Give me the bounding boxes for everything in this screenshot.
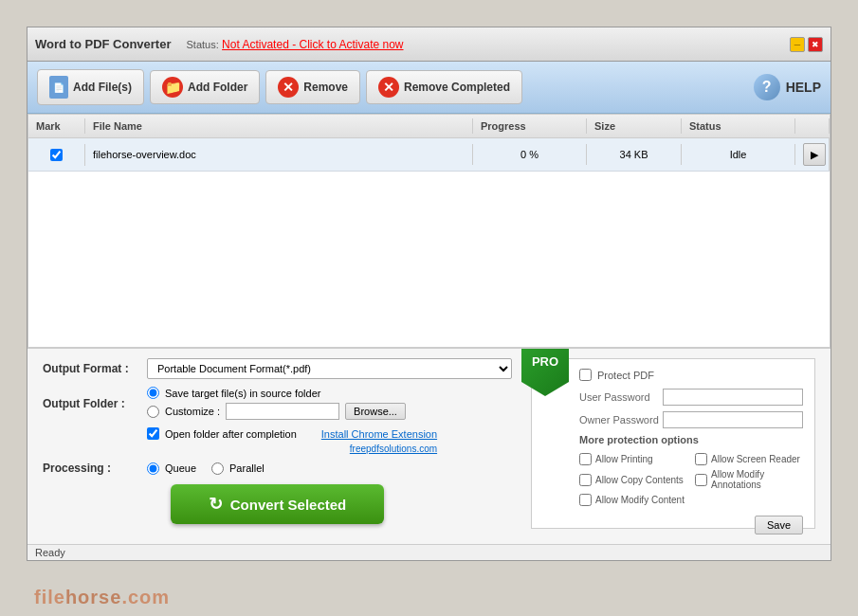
open-folder-label: Open folder after completion xyxy=(165,428,297,440)
row-status: Idle xyxy=(682,144,795,165)
col-filename: File Name xyxy=(85,118,473,134)
allow-screen-reader-checkbox[interactable] xyxy=(695,453,707,465)
watermark-prefix: file xyxy=(34,587,65,607)
allow-modify-annotations-checkbox[interactable] xyxy=(695,474,707,486)
customize-row: Customize : Browse... xyxy=(147,403,406,420)
allow-modify-annotations-item: Allow Modify Annotations xyxy=(695,469,803,490)
add-files-label: Add File(s) xyxy=(73,81,132,94)
processing-row: Processing : Queue Parallel xyxy=(43,462,512,475)
format-select[interactable]: Portable Document Format(*.pdf) Word Doc… xyxy=(147,358,512,379)
user-password-input[interactable] xyxy=(663,389,803,406)
close-button[interactable]: ✖ xyxy=(808,37,823,52)
owner-password-row: Owner Password xyxy=(579,411,803,428)
play-button[interactable]: ▶ xyxy=(803,143,826,166)
open-folder-checkbox[interactable] xyxy=(147,427,159,440)
allow-screen-reader-label: Allow Screen Reader xyxy=(711,454,800,464)
help-button[interactable]: ? HELP xyxy=(754,74,821,100)
allow-modify-content-checkbox[interactable] xyxy=(579,494,592,506)
watermark-accent: horse xyxy=(65,587,121,607)
processing-label: Processing : xyxy=(43,462,147,475)
row-progress: 0 % xyxy=(473,144,587,165)
convert-button[interactable]: ↻ Convert Selected xyxy=(171,484,385,524)
queue-row: Queue xyxy=(147,462,196,475)
options-right: PRO Protect PDF User Password Owner Pass… xyxy=(531,358,815,534)
customize-radio[interactable] xyxy=(147,406,159,418)
remove-completed-button[interactable]: ✕ Remove Completed xyxy=(366,70,522,104)
permissions-grid: Allow Printing Allow Screen Reader Allow… xyxy=(579,453,803,506)
allow-printing-label: Allow Printing xyxy=(595,454,653,464)
free-pdf-link[interactable]: freepdfsolutions.com xyxy=(147,444,437,454)
help-label: HELP xyxy=(786,80,821,95)
allow-modify-content-label: Allow Modify Content xyxy=(595,495,685,505)
row-filename: filehorse-overview.doc xyxy=(85,144,473,165)
save-button[interactable]: Save xyxy=(755,516,803,534)
pro-badge-text: PRO xyxy=(532,354,558,369)
watermark: filehorse.com xyxy=(34,587,170,608)
add-folder-icon: 📁 xyxy=(162,77,183,98)
remove-completed-icon: ✕ xyxy=(378,77,399,98)
processing-options: Queue Parallel xyxy=(147,462,265,475)
allow-screen-reader-item: Allow Screen Reader xyxy=(695,453,803,465)
remove-button[interactable]: ✕ Remove xyxy=(265,70,360,104)
toolbar: 📄 Add File(s) 📁 Add Folder ✕ Remove ✕ Re… xyxy=(27,62,831,114)
parallel-radio[interactable] xyxy=(211,462,224,475)
parallel-row: Parallel xyxy=(211,462,265,475)
minimize-button[interactable]: ─ xyxy=(790,37,805,52)
activate-link[interactable]: Not Activated - Click to Activate now xyxy=(222,38,403,51)
convert-label: Convert Selected xyxy=(230,497,347,513)
col-mark: Mark xyxy=(28,118,85,134)
owner-password-input[interactable] xyxy=(663,411,803,428)
browse-button[interactable]: Browse... xyxy=(345,403,406,420)
protect-pdf-checkbox[interactable] xyxy=(579,369,592,381)
allow-copy-checkbox[interactable] xyxy=(579,474,592,486)
remove-icon: ✕ xyxy=(278,77,299,98)
user-password-row: User Password xyxy=(579,389,803,406)
open-folder-checkbox-row: Open folder after completion Install Chr… xyxy=(147,427,437,440)
add-folder-button[interactable]: 📁 Add Folder xyxy=(150,70,260,104)
col-size: Size xyxy=(587,118,682,134)
source-folder-label: Save target file(s) in source folder xyxy=(165,388,320,399)
pro-badge: PRO xyxy=(521,349,569,396)
row-checkbox-cell[interactable] xyxy=(28,144,85,166)
protect-pdf-label: Protect PDF xyxy=(597,370,654,381)
source-folder-row: Save target file(s) in source folder xyxy=(147,387,406,399)
customize-input[interactable] xyxy=(226,403,339,420)
pro-badge-container: PRO xyxy=(521,349,569,396)
status-text: Ready xyxy=(35,547,65,558)
col-progress: Progress xyxy=(473,118,587,134)
remove-completed-label: Remove Completed xyxy=(404,81,510,94)
output-folder-row: Output Folder : Save target file(s) in s… xyxy=(43,387,512,420)
install-chrome-link[interactable]: Install Chrome Extension xyxy=(321,428,437,440)
user-password-label: User Password xyxy=(579,391,659,403)
queue-radio[interactable] xyxy=(147,462,159,475)
output-format-label: Output Format : xyxy=(43,362,147,375)
col-action xyxy=(795,118,830,134)
protect-pdf-row: Protect PDF xyxy=(579,369,803,381)
file-list-container: Mark File Name Progress Size Status file… xyxy=(27,114,831,348)
add-files-button[interactable]: 📄 Add File(s) xyxy=(37,69,144,105)
table-row: filehorse-overview.doc 0 % 34 KB Idle ▶ xyxy=(28,138,830,172)
row-size: 34 KB xyxy=(587,144,682,165)
row-play-cell[interactable]: ▶ xyxy=(795,138,830,171)
folder-options: Save target file(s) in source folder Cus… xyxy=(147,387,406,420)
output-folder-label: Output Folder : xyxy=(43,397,147,410)
source-folder-radio[interactable] xyxy=(147,387,159,399)
output-format-row: Output Format : Portable Document Format… xyxy=(43,358,512,379)
allow-copy-item: Allow Copy Contents xyxy=(579,469,687,490)
add-file-icon: 📄 xyxy=(49,76,68,99)
row-checkbox[interactable] xyxy=(50,149,63,161)
customize-label: Customize : xyxy=(165,406,220,417)
options-left: Output Format : Portable Document Format… xyxy=(43,358,512,534)
file-list-header: Mark File Name Progress Size Status xyxy=(28,115,830,138)
queue-label: Queue xyxy=(165,462,196,474)
file-list-body: filehorse-overview.doc 0 % 34 KB Idle ▶ xyxy=(28,138,830,347)
window-controls: ─ ✖ xyxy=(790,37,823,52)
allow-copy-label: Allow Copy Contents xyxy=(595,475,684,485)
watermark-suffix: .com xyxy=(121,587,170,607)
protection-box: Protect PDF User Password Owner Password… xyxy=(531,358,815,529)
convert-icon: ↻ xyxy=(209,494,223,515)
col-status: Status xyxy=(682,118,795,134)
add-folder-label: Add Folder xyxy=(188,81,247,94)
allow-modify-annotations-label: Allow Modify Annotations xyxy=(711,469,803,490)
allow-printing-checkbox[interactable] xyxy=(579,453,592,465)
